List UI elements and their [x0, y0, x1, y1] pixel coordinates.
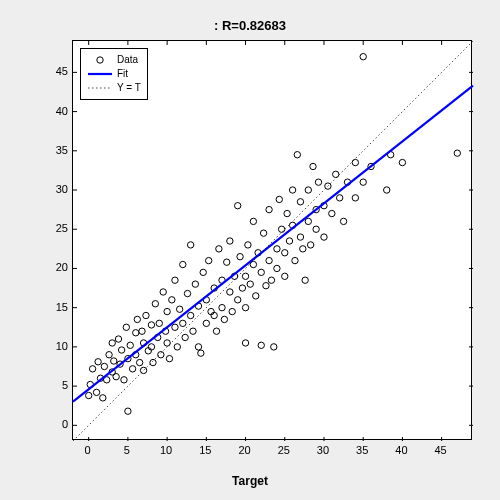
svg-point-81: [164, 308, 170, 314]
svg-point-53: [113, 373, 119, 379]
x-tick-label: 45: [435, 444, 447, 456]
svg-point-153: [302, 277, 308, 283]
x-tick-label: 35: [356, 444, 368, 456]
svg-point-150: [297, 234, 303, 240]
svg-point-135: [266, 206, 272, 212]
x-tick-label: 20: [238, 444, 250, 456]
svg-point-149: [294, 152, 300, 158]
svg-point-143: [282, 273, 288, 279]
svg-point-125: [247, 281, 253, 287]
svg-point-62: [129, 366, 135, 372]
svg-point-159: [313, 226, 319, 232]
svg-point-167: [340, 218, 346, 224]
svg-point-96: [192, 281, 198, 287]
svg-point-155: [305, 187, 311, 193]
x-tick-label: 15: [199, 444, 211, 456]
svg-point-77: [156, 320, 162, 326]
svg-point-52: [111, 358, 117, 364]
svg-point-90: [180, 261, 186, 267]
svg-point-74: [150, 359, 156, 365]
svg-point-136: [268, 277, 274, 283]
svg-point-49: [106, 352, 112, 358]
svg-point-114: [227, 238, 233, 244]
svg-point-63: [133, 330, 139, 336]
svg-point-166: [336, 195, 342, 201]
svg-point-147: [289, 187, 295, 193]
y-tick-label: 10: [40, 340, 68, 352]
svg-point-112: [224, 259, 230, 265]
y-tick-label: 25: [40, 222, 68, 234]
svg-point-174: [384, 187, 390, 193]
svg-point-107: [213, 328, 219, 334]
svg-point-164: [329, 210, 335, 216]
svg-point-89: [180, 320, 186, 326]
svg-point-160: [315, 179, 321, 185]
svg-point-122: [242, 304, 248, 310]
svg-point-83: [166, 355, 172, 361]
svg-point-170: [352, 195, 358, 201]
y-tick-label: 45: [40, 65, 68, 77]
svg-point-111: [221, 316, 227, 322]
x-tick-label: 25: [278, 444, 290, 456]
svg-point-87: [174, 344, 180, 350]
svg-point-56: [118, 347, 124, 353]
svg-point-128: [253, 293, 259, 299]
y-tick-label: 30: [40, 183, 68, 195]
svg-point-117: [235, 297, 241, 303]
svg-point-171: [360, 179, 366, 185]
svg-point-134: [266, 257, 272, 263]
svg-point-156: [307, 242, 313, 248]
plot-canvas: [73, 41, 473, 441]
svg-point-99: [198, 350, 204, 356]
svg-point-94: [187, 242, 193, 248]
svg-point-145: [286, 238, 292, 244]
svg-point-42: [89, 366, 95, 372]
svg-point-137: [271, 344, 277, 350]
svg-point-177: [454, 150, 460, 156]
x-tick-label: 10: [160, 444, 172, 456]
svg-point-88: [176, 306, 182, 312]
svg-point-113: [227, 289, 233, 295]
svg-point-43: [93, 389, 99, 395]
svg-point-152: [300, 246, 306, 252]
legend-label-data: Data: [117, 53, 138, 67]
y-tick-label: 5: [40, 379, 68, 391]
y-tick-label: 20: [40, 261, 68, 273]
legend-swatch-yt: [87, 82, 113, 94]
svg-point-46: [100, 395, 106, 401]
svg-point-141: [278, 226, 284, 232]
legend-entry-yt: Y = T: [87, 81, 141, 95]
svg-point-65: [134, 316, 140, 322]
svg-point-119: [237, 253, 243, 259]
svg-point-44: [95, 359, 101, 365]
svg-point-61: [127, 342, 133, 348]
svg-point-60: [125, 408, 131, 414]
svg-point-180: [97, 57, 103, 63]
svg-point-75: [152, 301, 158, 307]
svg-point-133: [263, 283, 269, 289]
svg-point-102: [203, 320, 209, 326]
svg-point-93: [187, 312, 193, 318]
svg-point-162: [321, 234, 327, 240]
svg-point-120: [239, 285, 245, 291]
svg-point-82: [164, 340, 170, 346]
svg-point-103: [205, 257, 211, 263]
svg-point-92: [184, 290, 190, 296]
y-tick-label: 35: [40, 144, 68, 156]
legend-entry-data: Data: [87, 53, 141, 67]
svg-point-142: [282, 250, 288, 256]
chart-title: : R=0.82683: [0, 18, 500, 33]
svg-point-72: [148, 322, 154, 328]
svg-point-40: [85, 392, 91, 398]
svg-point-131: [258, 342, 264, 348]
svg-point-132: [260, 230, 266, 236]
svg-point-84: [169, 297, 175, 303]
svg-point-66: [136, 359, 142, 365]
svg-point-91: [182, 334, 188, 340]
x-tick-label: 5: [124, 444, 130, 456]
svg-point-108: [216, 246, 222, 252]
svg-point-95: [190, 328, 196, 334]
svg-point-138: [274, 246, 280, 252]
x-tick-label: 30: [317, 444, 329, 456]
svg-point-121: [242, 273, 248, 279]
